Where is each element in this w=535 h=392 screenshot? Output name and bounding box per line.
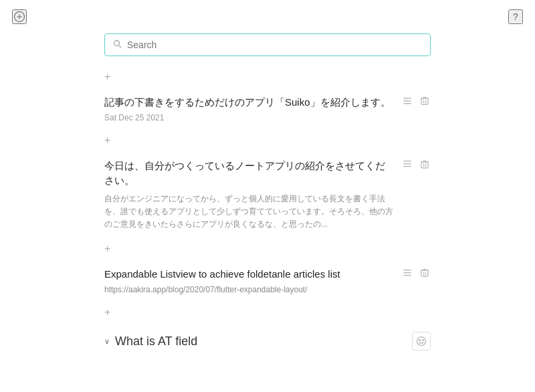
article-link-3: https://aakira.app/blog/2020/07/flutter-… [104,285,393,294]
plus-icon-0: + [104,71,110,83]
svg-point-31 [423,340,424,341]
article-actions-1 [401,95,431,105]
article-excerpt-2: 自分がエンジニアになってから、ずっと個人的に愛用している長文を書く手法を、誰でも… [104,193,393,231]
section-header-4[interactable]: ∨ What is AT field [104,328,197,355]
svg-rect-6 [403,100,411,102]
top-bar: ? [0,0,535,33]
help-button[interactable]: ? [508,9,523,24]
article-content-3: Expandable Listview to achieve foldetanl… [104,267,393,294]
add-button[interactable] [12,9,27,24]
article-content-2: 今日は、自分がつくっているノートアプリの紹介をさせてください。 自分がエンジニア… [104,159,393,231]
plus-icon-3: + [104,306,110,318]
drag-handle-3[interactable] [401,270,413,276]
drag-handle-2[interactable] [401,161,413,167]
search-icon [113,39,122,50]
search-box [104,33,431,56]
article-title-2: 今日は、自分がつくっているノートアプリの紹介をさせてください。 [104,159,393,189]
delete-button-1[interactable] [419,96,431,105]
article-actions-3 [401,267,431,277]
section-title-4: What is AT field [115,334,197,349]
svg-rect-13 [403,161,411,162]
content-area: + 記事の下書きをするためだけのアプリ「Suiko」を紹介します。 Sat De… [0,67,535,361]
svg-point-30 [419,340,421,341]
list-item: Expandable Listview to achieve foldetanl… [104,259,431,302]
svg-point-29 [417,337,426,346]
article-title-3: Expandable Listview to achieve foldetanl… [104,267,393,282]
drag-handle-1[interactable] [401,98,413,104]
emoji-button-4[interactable] [412,332,431,351]
article-date-1: Sat Dec 25 2021 [104,113,393,122]
svg-rect-21 [403,270,411,271]
article-title-1: 記事の下書きをするためだけのアプリ「Suiko」を紹介します。 [104,95,393,110]
add-row-3[interactable]: + [104,302,431,322]
add-row-0[interactable]: + [104,67,431,87]
svg-rect-7 [403,103,411,104]
list-item: 記事の下書きをするためだけのアプリ「Suiko」を紹介します。 Sat Dec … [104,87,431,130]
svg-rect-24 [421,270,428,276]
article-actions-2 [401,159,431,169]
article-content-1: 記事の下書きをするためだけのアプリ「Suiko」を紹介します。 Sat Dec … [104,95,393,122]
section-row-4: ∨ What is AT field [104,322,431,361]
svg-rect-15 [403,166,411,167]
add-row-2[interactable]: + [104,239,431,259]
delete-button-2[interactable] [419,160,431,169]
delete-button-3[interactable] [419,268,431,277]
svg-rect-22 [403,272,411,274]
plus-icon-1: + [104,134,110,146]
plus-icon-2: + [104,243,110,255]
svg-line-4 [119,45,121,47]
chevron-down-icon: ∨ [104,337,110,346]
search-input[interactable] [127,39,422,50]
add-row-1[interactable]: + [104,130,431,151]
svg-rect-5 [403,98,411,99]
list-item: 今日は、自分がつくっているノートアプリの紹介をさせてください。 自分がエンジニア… [104,151,431,239]
svg-point-3 [114,41,120,46]
svg-rect-14 [403,163,411,165]
svg-rect-23 [403,275,411,276]
svg-rect-8 [421,98,428,104]
svg-rect-16 [421,162,428,168]
